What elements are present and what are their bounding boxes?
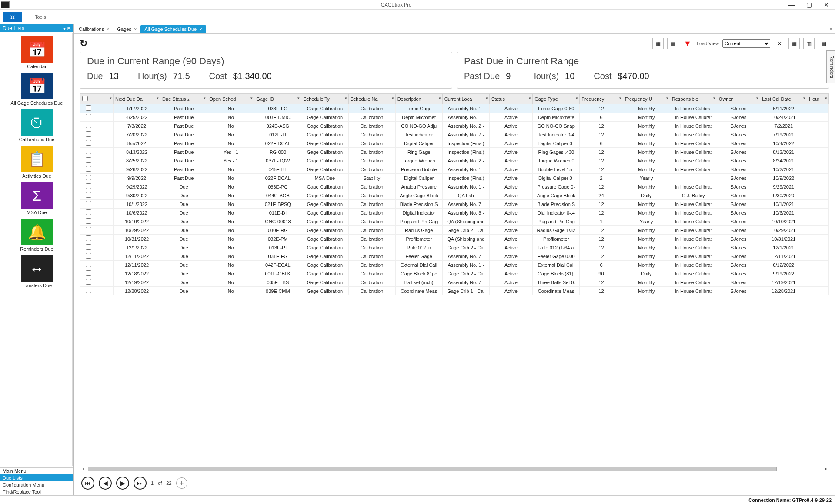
- filter-icon[interactable]: ▾: [803, 96, 805, 100]
- table-row[interactable]: 10/6/2022DueNo011E-DIGage CalibrationCal…: [80, 209, 829, 217]
- col-schedule-ty[interactable]: Schedule Ty▾: [301, 94, 348, 104]
- col-next-due-da[interactable]: Next Due Da▾: [113, 94, 160, 104]
- pager-last[interactable]: ⏭: [134, 477, 147, 490]
- tab-close-icon[interactable]: ×: [107, 27, 109, 32]
- table-row[interactable]: 12/1/2022DueNo013E-RIGage CalibrationCal…: [80, 243, 829, 252]
- filter-icon[interactable]: ▾: [110, 96, 112, 100]
- filter-icon[interactable]: ▾: [345, 96, 347, 100]
- sidebar-pin-icon[interactable]: ⇱: [67, 26, 71, 31]
- tab-close-all[interactable]: ×: [829, 26, 832, 32]
- col-hour[interactable]: Hour▾: [807, 94, 829, 104]
- window-maximize[interactable]: ▢: [800, 0, 818, 10]
- row-checkbox[interactable]: [86, 114, 91, 119]
- sidebar-item-msa-due[interactable]: Σ MSA Due: [3, 182, 70, 215]
- grid-view-1-button[interactable]: ▦: [652, 38, 664, 49]
- load-view-select[interactable]: Current: [722, 39, 770, 48]
- print-button[interactable]: ▤: [818, 38, 829, 49]
- col-gage-type[interactable]: Gage Type▾: [533, 94, 580, 104]
- col-last-cal-date[interactable]: Last Cal Date▾: [760, 94, 807, 104]
- row-checkbox[interactable]: [86, 227, 91, 232]
- table-row[interactable]: 9/29/2022DueNo036E-PGGage CalibrationCal…: [80, 182, 829, 191]
- filter-icon[interactable]: ▾: [825, 96, 827, 100]
- row-checkbox[interactable]: [86, 279, 91, 285]
- table-row[interactable]: 9/30/2022DueNo044G-AGBGage CalibrationCa…: [80, 191, 829, 200]
- sidebar-item-reminders-due[interactable]: 🔔 Reminders Due: [3, 219, 70, 252]
- filter-icon[interactable]: ▾: [576, 96, 578, 100]
- bottom-menu-find-replace-tool[interactable]: Find/Replace Tool: [0, 488, 73, 495]
- sidebar-item-transfers-due[interactable]: ↔ Transfers Due: [3, 255, 70, 288]
- grid-select-all[interactable]: [82, 96, 88, 101]
- col-frequency[interactable]: Frequency▾: [580, 94, 623, 104]
- filter-icon[interactable]: ▾: [439, 96, 441, 100]
- sidebar-item-calendar[interactable]: 📅 Calendar: [3, 36, 70, 69]
- filter-icon[interactable]: ▼: [682, 38, 693, 49]
- table-row[interactable]: 10/31/2022DueNo032E-PMGage CalibrationCa…: [80, 235, 829, 243]
- row-checkbox[interactable]: [86, 175, 91, 180]
- col-owner[interactable]: Owner▾: [717, 94, 760, 104]
- window-minimize[interactable]: —: [783, 0, 800, 10]
- pager-first[interactable]: ⏮: [81, 477, 94, 490]
- refresh-button[interactable]: ↻: [80, 38, 87, 49]
- row-checkbox[interactable]: [86, 253, 91, 259]
- row-checkbox[interactable]: [86, 218, 91, 224]
- tab-calibrations[interactable]: Calibrations×: [75, 25, 114, 33]
- tab-close-icon[interactable]: ×: [199, 27, 202, 32]
- filter-icon[interactable]: ▾: [756, 96, 758, 100]
- table-row[interactable]: 9/26/2022Past DueNo045E-BLGage Calibrati…: [80, 165, 829, 174]
- grid-view-2-button[interactable]: ▤: [667, 38, 678, 49]
- filter-icon[interactable]: ▾: [529, 96, 531, 100]
- filter-icon[interactable]: ▾: [713, 96, 715, 100]
- table-row[interactable]: 4/25/2022Past DueNo003E-DMICGage Calibra…: [80, 113, 829, 122]
- filter-icon[interactable]: ▾: [392, 96, 394, 100]
- table-row[interactable]: 12/11/2022DueNo042F-ECALGage Calibration…: [80, 261, 829, 269]
- table-row[interactable]: 10/10/2022DueNoGNG-00013Gage Calibration…: [80, 217, 829, 226]
- table-row[interactable]: 7/20/2022Past DueNo012E-TIGage Calibrati…: [80, 130, 829, 139]
- row-checkbox[interactable]: [86, 123, 91, 128]
- col-open-sched[interactable]: Open Sched▾: [207, 94, 254, 104]
- ribbon-home-icon[interactable]: ⟟⟟: [3, 12, 22, 22]
- sidebar-item-activities-due[interactable]: 📋 Activities Due: [3, 146, 70, 179]
- save-layout-button[interactable]: ▦: [788, 38, 800, 49]
- table-row[interactable]: 8/5/2022Past DueNo022F-DCALGage Calibrat…: [80, 139, 829, 148]
- filter-icon[interactable]: ▾: [204, 96, 206, 100]
- col-filter[interactable]: ▾: [97, 94, 113, 104]
- filter-icon[interactable]: ▾: [486, 96, 488, 100]
- export-button[interactable]: ▥: [803, 38, 815, 49]
- pager-add[interactable]: +: [176, 477, 187, 489]
- table-row[interactable]: 12/28/2022DueNo039E-CMMGage CalibrationC…: [80, 287, 829, 295]
- col-frequency-u[interactable]: Frequency U▾: [623, 94, 670, 104]
- tab-all-gage-schedules-due[interactable]: All Gage Schedules Due×: [140, 25, 206, 33]
- row-checkbox[interactable]: [86, 235, 91, 241]
- bottom-menu-due-lists[interactable]: Due Lists: [0, 474, 73, 481]
- row-checkbox[interactable]: [86, 192, 91, 198]
- sidebar-item-all-gage-schedules-due[interactable]: 📅 All Gage Schedules Due: [3, 73, 70, 106]
- pager-next[interactable]: ▶: [116, 477, 129, 490]
- row-checkbox[interactable]: [86, 209, 91, 215]
- row-checkbox[interactable]: [86, 183, 91, 189]
- row-checkbox[interactable]: [86, 262, 91, 267]
- filter-icon[interactable]: ▾: [157, 96, 159, 100]
- table-row[interactable]: 12/11/2022DueNo031E-FGGage CalibrationCa…: [80, 252, 829, 261]
- table-row[interactable]: 10/29/2022DueNo030E-RGGage CalibrationCa…: [80, 226, 829, 235]
- clear-view-button[interactable]: ✕: [774, 38, 785, 49]
- row-checkbox[interactable]: [86, 105, 91, 111]
- bottom-menu-main-menu[interactable]: Main Menu: [0, 468, 73, 474]
- table-row[interactable]: 8/13/2022Past DueYes - 1RG-000Gage Calib…: [80, 148, 829, 156]
- col-status[interactable]: Status▾: [489, 94, 532, 104]
- table-row[interactable]: 8/25/2022Past DueYes - 1037E-TQWGage Cal…: [80, 156, 829, 165]
- table-row[interactable]: 1/17/2022Past DueNo038E-FGGage Calibrati…: [80, 104, 829, 113]
- row-checkbox[interactable]: [86, 140, 91, 146]
- row-checkbox[interactable]: [86, 157, 91, 163]
- window-close[interactable]: ✕: [818, 0, 835, 10]
- bottom-menu-configuration-menu[interactable]: Configuration Menu: [0, 481, 73, 488]
- col-current-loca[interactable]: Current Loca▾: [442, 94, 489, 104]
- row-checkbox[interactable]: [86, 166, 91, 172]
- table-row[interactable]: 9/9/2022Past DueNo022F-DCALMSA DueStabil…: [80, 174, 829, 182]
- table-row[interactable]: 10/1/2022DueNo021E-BPSQGage CalibrationC…: [80, 200, 829, 209]
- row-checkbox[interactable]: [86, 201, 91, 206]
- table-row[interactable]: 7/3/2022Past DueNo024E-ASGGage Calibrati…: [80, 122, 829, 130]
- tab-close-icon[interactable]: ×: [134, 27, 137, 32]
- filter-icon[interactable]: ▾: [297, 96, 300, 100]
- col-schedule-na[interactable]: Schedule Na▾: [348, 94, 395, 104]
- grid-horizontal-scrollbar[interactable]: ◂▸: [80, 465, 829, 472]
